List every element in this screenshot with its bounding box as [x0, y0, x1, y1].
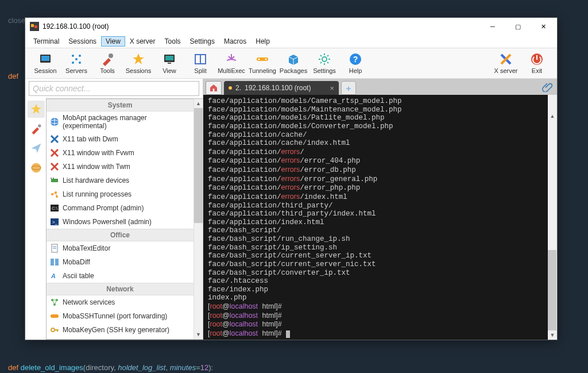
- panel-item[interactable]: AAscii table: [47, 269, 194, 283]
- ps-icon: >_: [50, 217, 59, 226]
- panel-item[interactable]: List hardware devices: [47, 174, 194, 187]
- terminal-scrollbar[interactable]: ▲ ▼: [548, 95, 557, 340]
- panel-item[interactable]: MobApt packages manager (experimental): [47, 111, 194, 132]
- packages-icon: [287, 52, 300, 66]
- menubar: TerminalSessionsViewX serverToolsSetting…: [25, 35, 557, 48]
- quick-connect-input[interactable]: Quick connect...: [29, 81, 199, 96]
- svg-rect-13: [165, 56, 173, 60]
- panel-item[interactable]: C:\Command Prompt (admin): [47, 201, 194, 215]
- x-blue-icon: [50, 134, 59, 144]
- maximize-button[interactable]: ▢: [505, 18, 531, 35]
- svg-rect-45: [51, 259, 54, 266]
- tab-close-icon[interactable]: ×: [330, 84, 334, 93]
- tab-index: 2.: [235, 84, 241, 92]
- panel-item[interactable]: X11 tab with Dwm: [47, 132, 194, 146]
- x-red-icon: [50, 148, 59, 157]
- panel-item[interactable]: X11 window with Fvwm: [47, 146, 194, 160]
- panel-scrollbar[interactable]: ▲ ▼: [194, 99, 203, 339]
- svg-text:?: ?: [353, 55, 358, 64]
- toolbar-tools[interactable]: Tools: [92, 51, 123, 75]
- terminal-output[interactable]: face/application/models/Camera_rtsp_mode…: [203, 95, 557, 340]
- svg-text:C:\: C:\: [52, 206, 58, 211]
- svg-rect-51: [51, 314, 59, 318]
- split-icon: [194, 52, 207, 66]
- toolbar-packages[interactable]: Packages: [278, 51, 309, 75]
- toolbar: SessionServersToolsSessionsViewSplitMult…: [25, 48, 557, 79]
- item-label: Network services: [63, 298, 115, 306]
- sidetab-favorites[interactable]: [28, 101, 45, 118]
- menu-view[interactable]: View: [101, 36, 125, 47]
- menu-x-server[interactable]: X server: [125, 36, 160, 47]
- minimize-button[interactable]: ─: [480, 18, 505, 35]
- svg-text:A: A: [51, 272, 56, 279]
- svg-point-10: [109, 53, 113, 58]
- close-button[interactable]: ✕: [531, 18, 556, 35]
- svg-point-18: [258, 59, 260, 60]
- panel-item[interactable]: MobaKeyGen (SSH key generator): [47, 323, 194, 337]
- tab-status-icon: [229, 86, 232, 90]
- svg-point-5: [72, 55, 74, 57]
- panel-item[interactable]: X11 window with Twm: [47, 160, 194, 174]
- panel-item[interactable]: List running processes: [47, 187, 194, 201]
- item-label: MobApt packages manager (experimental): [63, 114, 190, 130]
- svg-rect-32: [51, 179, 58, 182]
- toolbar-xserver[interactable]: X server: [490, 51, 521, 75]
- new-tab-button[interactable]: +: [341, 81, 356, 95]
- svg-point-7: [72, 61, 74, 64]
- diff-icon: [50, 257, 59, 267]
- item-label: Ascii table: [63, 272, 94, 280]
- settings-btn-icon: [318, 52, 331, 66]
- app-icon: [30, 22, 39, 31]
- sidetab-tools[interactable]: [28, 120, 45, 137]
- globe-icon: [50, 117, 59, 126]
- key-icon: [50, 325, 59, 334]
- terminal-tabbar: 2. 192.168.10.100 (root) × +: [203, 79, 557, 95]
- toolbar-split[interactable]: Split: [185, 51, 216, 75]
- panel-item[interactable]: >_Windows Powershell (admin): [47, 215, 194, 229]
- multiexec-icon: [225, 52, 238, 66]
- svg-point-8: [79, 61, 81, 64]
- svg-point-27: [32, 163, 41, 173]
- toolbar-help-btn[interactable]: ?Help: [340, 51, 371, 75]
- svg-point-20: [322, 57, 327, 61]
- help-btn-icon: ?: [349, 52, 362, 66]
- panel-item[interactable]: Network services: [47, 295, 194, 309]
- toolbar-exit[interactable]: Exit: [521, 51, 552, 75]
- menu-macros[interactable]: Macros: [219, 36, 251, 47]
- home-tab[interactable]: [206, 81, 222, 95]
- toolbar-multiexec[interactable]: MultiExec: [216, 51, 247, 75]
- panel-item[interactable]: List open network ports: [47, 337, 194, 340]
- sessions-icon: [131, 52, 145, 66]
- menu-help[interactable]: Help: [251, 36, 274, 47]
- tool-panel: SystemMobApt packages manager (experimen…: [46, 98, 203, 340]
- svg-rect-59: [213, 89, 215, 91]
- sidetab-send[interactable]: [28, 140, 45, 157]
- terminal-tab[interactable]: 2. 192.168.10.100 (root) ×: [224, 81, 339, 95]
- svg-point-6: [79, 55, 81, 57]
- titlebar[interactable]: 192.168.10.100 (root) ─ ▢ ✕: [25, 18, 557, 35]
- toolbar-view[interactable]: View: [154, 51, 185, 75]
- menu-settings[interactable]: Settings: [185, 36, 219, 47]
- item-label: MobaKeyGen (SSH key generator): [63, 326, 169, 334]
- menu-terminal[interactable]: Terminal: [29, 36, 64, 47]
- toolbar-settings-btn[interactable]: Settings: [309, 51, 340, 75]
- svg-text:>_: >_: [52, 220, 58, 225]
- toolbar-session[interactable]: Session: [30, 51, 61, 75]
- session-icon: [38, 52, 52, 66]
- sidetab-globe[interactable]: [28, 159, 45, 176]
- item-label: X11 window with Twm: [63, 163, 130, 171]
- sidebar: Quick connect... SystemMobApt packages m…: [25, 79, 203, 340]
- toolbar-tunneling[interactable]: Tunneling: [247, 51, 278, 75]
- menu-sessions[interactable]: Sessions: [64, 36, 101, 47]
- svg-rect-1: [31, 24, 34, 27]
- toolbar-sessions[interactable]: Sessions: [123, 51, 154, 75]
- toolbar-servers[interactable]: Servers: [61, 51, 92, 75]
- menu-tools[interactable]: Tools: [160, 36, 185, 47]
- category-office: Office: [47, 229, 194, 241]
- panel-item[interactable]: MobaDiff: [47, 255, 194, 269]
- panel-item[interactable]: MobaTextEditor: [47, 241, 194, 255]
- panel-item[interactable]: MobaSSHTunnel (port forwarding): [47, 309, 194, 323]
- attachment-icon[interactable]: [540, 79, 555, 95]
- category-network: Network: [47, 283, 194, 295]
- window-title: 192.168.10.100 (root): [42, 22, 480, 30]
